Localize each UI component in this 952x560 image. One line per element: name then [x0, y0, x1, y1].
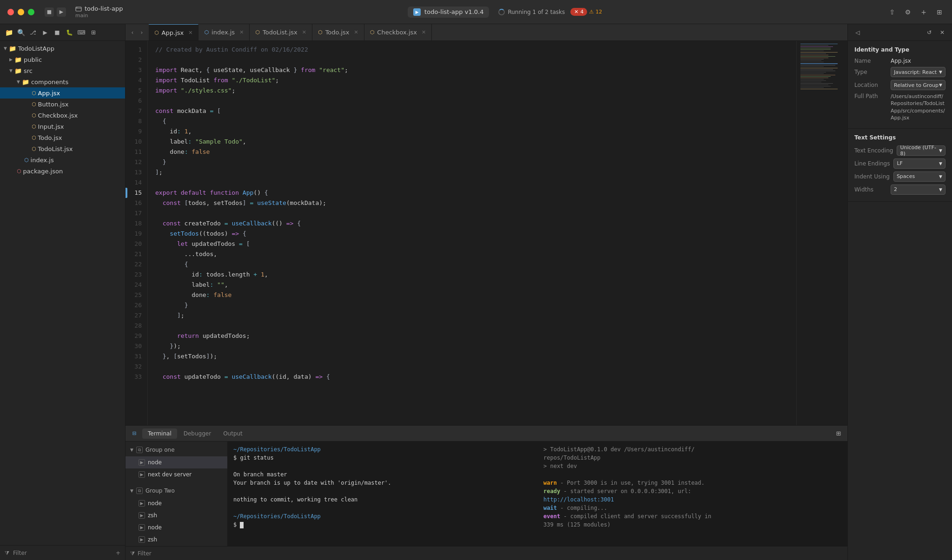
- plus-button[interactable]: +: [919, 7, 929, 17]
- terminal-left-output[interactable]: ~/Repositories/TodoListApp $ git status …: [228, 441, 538, 546]
- code-content[interactable]: // Created by Austin Condiff on 02/16/20…: [148, 41, 796, 425]
- minimize-button[interactable]: [18, 9, 24, 15]
- terminal-right-output[interactable]: > TodoListApp@0.1.0 dev /Users/austincon…: [538, 441, 847, 546]
- panel-tab-debugger[interactable]: Debugger: [178, 428, 217, 439]
- share-button[interactable]: ⇧: [887, 7, 897, 17]
- maximize-button[interactable]: [28, 9, 34, 15]
- svg-rect-1: [76, 8, 81, 8]
- chevron-down-icon: ▼: [939, 148, 942, 153]
- panel-content: ▼ ⧉ Group one ▶ node ▶ n: [126, 441, 847, 546]
- tree-item-public[interactable]: ▶ 📁 public: [0, 54, 125, 65]
- tree-label-todo-jsx: Todo.jsx: [38, 134, 62, 141]
- layout-button[interactable]: ⊞: [934, 7, 945, 17]
- tab-app-jsx[interactable]: ⬡ App.jsx ✕: [149, 24, 198, 41]
- terminal-toggle-btn[interactable]: ⊟: [129, 428, 139, 439]
- run-icon-btn[interactable]: ▶: [40, 27, 50, 38]
- inspector-back-btn[interactable]: ◁: [853, 27, 863, 38]
- terminal-group-header-two[interactable]: ▼ ⧉ Group Two: [126, 484, 227, 497]
- inspector-row-indent: Indent Using Spaces ▼: [854, 171, 945, 182]
- tab-nav: ‹ ›: [126, 28, 149, 37]
- tree-item-todolistapp[interactable]: ▼ 📁 TodoListApp: [0, 43, 125, 54]
- inspector-value-fullpath: /Users/austincondiff/Repositories/TodoLi…: [891, 93, 945, 122]
- terminal-item-nextdev[interactable]: ▶ next dev server: [126, 468, 227, 481]
- terminal-group-one: ▼ ⧉ Group one ▶ node ▶ n: [126, 441, 227, 482]
- inspector-select-lineendings-value: LF: [897, 160, 902, 166]
- panel-tabs: ⊟ Terminal Debugger Output ⊞: [126, 426, 847, 441]
- tab-checkbox-jsx[interactable]: ⬡ Checkbox.jsx ✕: [364, 24, 432, 41]
- tab-nav-back[interactable]: ‹: [128, 28, 137, 37]
- settings-button[interactable]: ⚙: [903, 7, 913, 17]
- terminal-item-node-2[interactable]: ▶ node: [126, 497, 227, 509]
- project-info[interactable]: todo-list-app main: [75, 5, 123, 19]
- tab-close-index-js[interactable]: ✕: [239, 29, 244, 35]
- tree-item-app-jsx[interactable]: ⬡ App.jsx: [0, 87, 125, 99]
- tree-item-todolist-jsx[interactable]: ⬡ TodoList.jsx: [0, 143, 125, 154]
- sidebar-footer: ⧩ Filter +: [0, 545, 125, 560]
- file-icon-json: ⬡: [17, 168, 21, 174]
- app-title-icon: ▶: [413, 8, 421, 16]
- stop-icon-btn[interactable]: ■: [52, 27, 62, 38]
- inspector-select-location-value: Relative to Group: [894, 82, 939, 88]
- inspector-refresh-btn[interactable]: ↺: [924, 27, 934, 38]
- inspector-close-btn[interactable]: ✕: [937, 27, 947, 38]
- tree-item-index-js[interactable]: ⬡ index.js: [0, 154, 125, 165]
- tree-item-checkbox-jsx[interactable]: ⬡ Checkbox.jsx: [0, 110, 125, 121]
- tree-label-app-jsx: App.jsx: [38, 90, 60, 97]
- tab-todo-jsx[interactable]: ⬡ Todo.jsx ✕: [312, 24, 364, 41]
- tab-close-todolist-jsx[interactable]: ✕: [302, 29, 306, 35]
- terminal-item-node-1[interactable]: ▶ node: [126, 456, 227, 468]
- spinner-icon: [498, 9, 505, 15]
- inspector-select-lineendings[interactable]: LF ▼: [893, 158, 945, 169]
- add-filter-icon[interactable]: +: [116, 550, 120, 556]
- terminal-item-icon: ▶: [139, 536, 145, 543]
- tree-item-components[interactable]: ▼ 📁 components: [0, 76, 125, 87]
- chevron-down-icon: ▼: [939, 83, 942, 87]
- tree-item-package-json[interactable]: ⬡ package.json: [0, 165, 125, 177]
- search-icon-btn[interactable]: 🔍: [16, 27, 26, 38]
- tab-close-app-jsx[interactable]: ✕: [188, 30, 192, 36]
- inspector-toolbar: ◁ ↺ ✕: [848, 24, 952, 41]
- panel-expand-btn[interactable]: ⊞: [833, 428, 844, 439]
- play-button[interactable]: ▶: [57, 7, 66, 17]
- tab-close-checkbox-jsx[interactable]: ✕: [422, 29, 426, 35]
- panel-tab-output[interactable]: Output: [218, 428, 248, 439]
- tab-icon-js: ⬡: [154, 30, 159, 36]
- folder-icon-btn[interactable]: 📁: [4, 27, 14, 38]
- inspector-select-encoding-value: Unicode (UTF-8): [900, 145, 939, 157]
- stop-button[interactable]: ■: [45, 7, 54, 17]
- tree-item-input-jsx[interactable]: ⬡ Input.jsx: [0, 121, 125, 132]
- branch-icon-btn[interactable]: ⎇: [28, 27, 38, 38]
- inspector-select-widths[interactable]: 2 ▼: [891, 184, 945, 195]
- inspector-row-location: Location Relative to Group ▼: [854, 80, 945, 90]
- tab-icon: ⬡: [204, 29, 209, 35]
- tree-item-todo-jsx[interactable]: ⬡ Todo.jsx: [0, 132, 125, 143]
- chevron-icon: ▼: [17, 79, 20, 84]
- inspector-row-encoding: Text Encoding Unicode (UTF-8) ▼: [854, 145, 945, 156]
- line-numbers: 123 456 789 101112 131415 161718 192021 …: [126, 41, 148, 425]
- terminal-item-zsh-2[interactable]: ▶ zsh: [126, 534, 227, 546]
- panel-tab-terminal[interactable]: Terminal: [142, 428, 177, 439]
- tab-index-js[interactable]: ⬡ index.js ✕: [198, 24, 250, 41]
- split-icon-btn[interactable]: ⊞: [88, 27, 99, 38]
- terminal-icon-btn[interactable]: ⌨: [76, 27, 86, 38]
- tab-nav-forward[interactable]: ›: [138, 28, 146, 37]
- tab-todolist-jsx[interactable]: ⬡ TodoList.jsx ✕: [250, 24, 312, 41]
- inspector-select-type[interactable]: Javascript: React ▼: [891, 67, 945, 77]
- terminal-item-zsh-1[interactable]: ▶ zsh: [126, 509, 227, 521]
- chevron-down-icon: ▼: [939, 174, 942, 179]
- close-button[interactable]: [7, 9, 14, 15]
- sidebar-tree: ▼ 📁 TodoListApp ▶ 📁 public ▼ 📁 src ▼ 📁 c…: [0, 41, 125, 545]
- debug-icon-btn[interactable]: 🐛: [64, 27, 74, 38]
- tree-item-button-jsx[interactable]: ⬡ Button.jsx: [0, 99, 125, 110]
- inspector-select-indent[interactable]: Spaces ▼: [893, 171, 945, 182]
- folder-icon: 📁: [14, 56, 22, 63]
- terminal-item-node-3[interactable]: ▶ node: [126, 521, 227, 534]
- inspector-select-location[interactable]: Relative to Group ▼: [891, 80, 945, 90]
- terminal-group-header-one[interactable]: ▼ ⧉ Group one: [126, 443, 227, 456]
- terminal-line: $ git status: [233, 454, 532, 462]
- inspector-select-encoding[interactable]: Unicode (UTF-8) ▼: [897, 145, 945, 156]
- tree-item-src[interactable]: ▼ 📁 src: [0, 65, 125, 76]
- inspector-label-indent: Indent Using: [854, 173, 890, 180]
- code-editor[interactable]: 123 456 789 101112 131415 161718 192021 …: [126, 41, 847, 425]
- tab-close-todo-jsx[interactable]: ✕: [354, 29, 358, 35]
